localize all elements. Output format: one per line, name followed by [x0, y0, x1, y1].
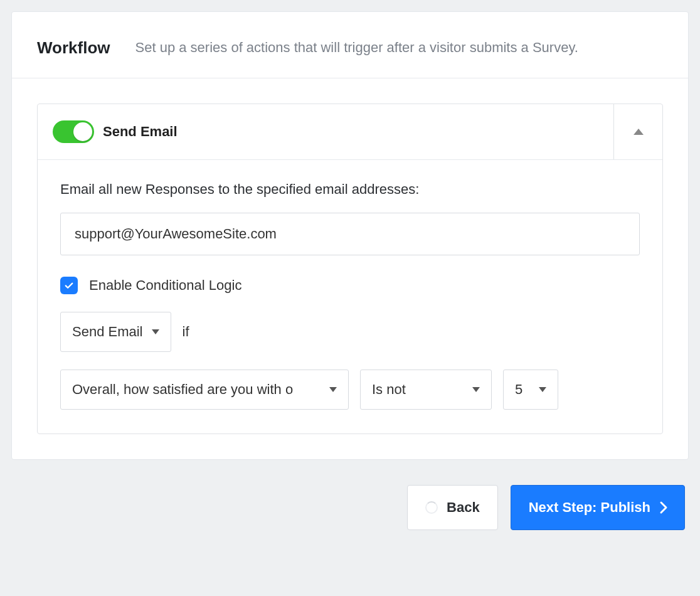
conditional-logic-row: Enable Conditional Logic: [60, 277, 640, 294]
collapse-button[interactable]: [613, 104, 662, 159]
send-email-card: Send Email Email all new Responses to th…: [37, 104, 663, 434]
toggle-knob: [73, 122, 92, 141]
action-title: Send Email: [103, 124, 178, 140]
chevron-down-icon: [472, 387, 480, 392]
page-title: Workflow: [37, 38, 110, 58]
panel-body: Send Email Email all new Responses to th…: [12, 78, 688, 459]
rule-action-value: Send Email: [72, 324, 143, 340]
conditional-logic-label: Enable Conditional Logic: [89, 277, 241, 294]
next-step-button[interactable]: Next Step: Publish: [511, 485, 685, 530]
chevron-down-icon: [539, 387, 546, 392]
panel-header: Workflow Set up a series of actions that…: [12, 12, 688, 78]
spinner-icon: [425, 501, 438, 514]
rule-operator-select[interactable]: Is not: [360, 370, 492, 410]
back-button-label: Back: [447, 499, 480, 516]
footer-bar: Back Next Step: Publish: [11, 485, 689, 530]
email-field-label: Email all new Responses to the specified…: [60, 181, 640, 198]
card-body: Email all new Responses to the specified…: [38, 159, 662, 434]
rule-action-select[interactable]: Send Email: [60, 312, 171, 352]
page-description: Set up a series of actions that will tri…: [135, 38, 663, 58]
enable-action-toggle[interactable]: [53, 120, 94, 143]
rule-value-select[interactable]: 5: [503, 370, 558, 410]
check-icon: [63, 280, 75, 291]
card-header: Send Email: [38, 104, 662, 159]
conditional-logic-checkbox[interactable]: [60, 277, 78, 294]
workflow-panel: Workflow Set up a series of actions that…: [11, 11, 689, 460]
rule-action-row: Send Email if: [60, 312, 640, 352]
back-button[interactable]: Back: [407, 485, 498, 530]
rule-value-value: 5: [515, 381, 530, 398]
rule-condition-row: Overall, how satisfied are you with o Is…: [60, 370, 640, 410]
next-step-label: Next Step: Publish: [529, 499, 650, 516]
email-address-input[interactable]: [60, 213, 640, 255]
card-header-main: Send Email: [38, 104, 613, 159]
chevron-right-icon: [659, 501, 668, 514]
rule-question-select[interactable]: Overall, how satisfied are you with o: [60, 370, 349, 410]
chevron-down-icon: [152, 329, 159, 334]
rule-connector-text: if: [183, 324, 189, 340]
chevron-down-icon: [329, 387, 337, 392]
chevron-up-icon: [634, 129, 644, 135]
rule-operator-value: Is not: [372, 381, 464, 398]
rule-question-value: Overall, how satisfied are you with o: [72, 381, 321, 398]
